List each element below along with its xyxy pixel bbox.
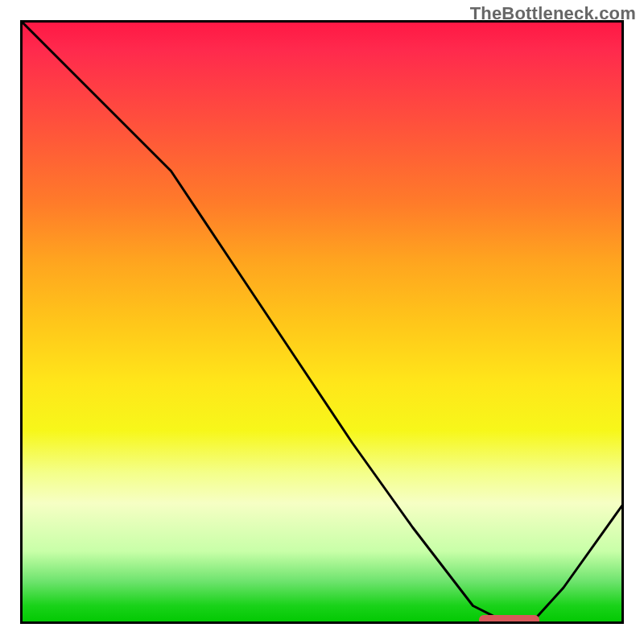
bottleneck-curve-path [20,20,624,621]
chart-overlay [20,20,624,624]
optimal-marker-rect [479,615,539,624]
chart-container: TheBottleneck.com [0,0,644,644]
